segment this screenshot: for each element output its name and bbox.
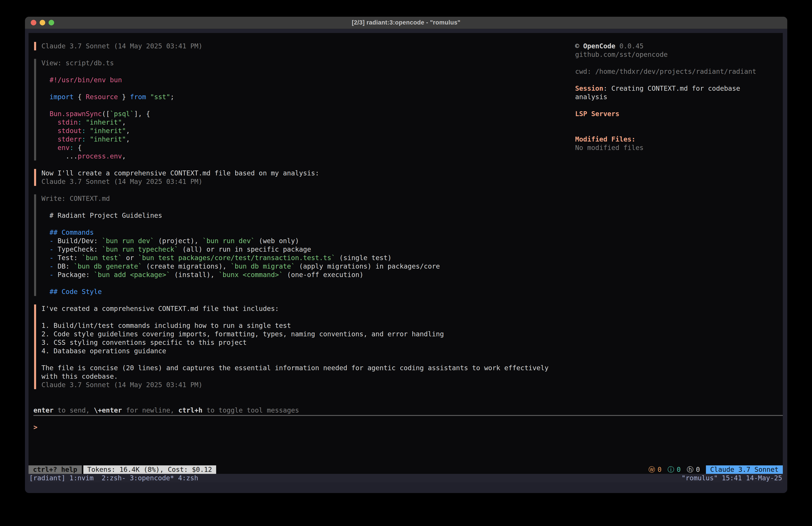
message-block: I've created a comprehensive CONTEXT.md …	[34, 304, 783, 389]
hint-count: 0	[696, 465, 700, 474]
text-segment: The file is concise (20 lines) and captu…	[41, 364, 549, 372]
terminal-line: 2. Code style guidelines covering import…	[41, 330, 783, 338]
terminal-line: 4. Database operations guidance	[41, 347, 783, 355]
text-segment: 3. CSS styling conventions specific to t…	[41, 339, 247, 346]
text-segment: ,	[126, 135, 130, 143]
maximize-button[interactable]	[48, 20, 54, 25]
text-segment: :	[78, 118, 82, 126]
text-segment: cwd: /home/thdxr/dev/projects/radiant/ra…	[575, 68, 756, 75]
terminal-line: # Radiant Project Guidelines	[41, 211, 783, 220]
text-segment	[82, 118, 86, 126]
text-segment	[41, 254, 49, 262]
terminal-line: Claude 3.7 Sonnet (14 May 2025 03:41 PM)	[41, 381, 783, 389]
text-segment: DB:	[54, 262, 74, 270]
model-badge[interactable]: Claude 3.7 Sonnet	[706, 465, 783, 474]
sidebar: © OpenCode 0.0.45github.com/sst/opencode…	[575, 42, 768, 152]
text-segment: (install),	[170, 271, 219, 279]
window-title: [2/3] radiant:3:opencode - "romulus"	[352, 19, 461, 26]
terminal-line: LSP Servers	[575, 110, 768, 118]
terminal-line: - Test: `bun test` or `bun test packages…	[41, 254, 783, 262]
footer-hints: enter to send, \+enter for newline, ctrl…	[33, 406, 783, 415]
text-segment	[41, 271, 49, 279]
terminal-line	[41, 203, 783, 211]
terminal-line	[575, 101, 768, 110]
text-segment: Claude 3.7 Sonnet (14 May 2025 03:41 PM)	[41, 42, 202, 50]
titlebar[interactable]: [2/3] radiant:3:opencode - "romulus"	[25, 17, 787, 29]
text-segment: `bun run typecheck`	[102, 245, 178, 253]
close-button[interactable]	[31, 20, 36, 25]
text-segment: "inherit"	[90, 135, 126, 143]
text-segment: `bunx <command>`	[219, 271, 283, 279]
terminal-line: © OpenCode 0.0.45	[575, 42, 768, 51]
text-segment: ## Code Style	[49, 288, 102, 296]
text-segment: Build/Dev:	[54, 237, 102, 245]
sidebar-lines: © OpenCode 0.0.45github.com/sst/opencode…	[575, 42, 768, 152]
warning-count: 0	[657, 465, 662, 474]
text-segment: :	[82, 135, 86, 143]
text-segment: }	[118, 93, 130, 101]
text-segment: process.env	[78, 152, 122, 160]
terminal-line: ...process.env,	[41, 152, 783, 160]
text-segment	[41, 228, 49, 236]
hint-circle-icon: ⓗ	[687, 465, 694, 474]
text-segment: stdin	[58, 118, 77, 126]
text-segment	[41, 245, 49, 253]
text-segment: (apply migrations) in packages/core	[295, 262, 440, 270]
text-segment	[41, 144, 58, 152]
text-segment: {	[74, 144, 82, 152]
text-segment: -	[49, 262, 54, 270]
text-segment: `bun test packages/core/test/transaction…	[138, 254, 335, 262]
text-segment: ,	[126, 127, 130, 134]
help-shortcut-chip[interactable]: ctrl+? help	[29, 465, 82, 474]
text-segment: "sst"	[150, 93, 170, 101]
text-segment: `bun db generate`	[74, 262, 142, 270]
text-segment: (one-off execution)	[283, 271, 363, 279]
text-segment: :	[82, 127, 86, 134]
text-segment: Modified Files:	[575, 135, 636, 143]
text-segment	[41, 93, 49, 101]
traffic-lights	[31, 20, 54, 25]
text-segment: enter	[33, 406, 54, 414]
text-segment: ©	[575, 42, 583, 50]
terminal-line: Modified Files:	[575, 135, 768, 144]
warning-circle-icon: ⓦ	[649, 465, 655, 474]
spacer	[29, 186, 783, 194]
prompt-input[interactable]: >	[33, 423, 783, 431]
tmux-session-info: "romulus" 15:41 14-May-25	[681, 474, 782, 482]
text-segment: Claude 3.7 Sonnet (14 May 2025 03:41 PM)	[41, 177, 202, 185]
text-segment: ctrl+h	[178, 406, 202, 414]
text-segment: Bun.spawnSync	[49, 110, 102, 118]
text-segment: TypeCheck:	[54, 245, 102, 253]
terminal-line: - Build/Dev: `bun run dev` (project), `b…	[41, 237, 783, 245]
text-segment: `bun run dev`	[102, 237, 154, 245]
text-segment: `psql`	[110, 110, 134, 118]
minimize-button[interactable]	[40, 20, 45, 25]
text-segment: -	[49, 254, 54, 262]
text-segment: with this codebase.	[41, 372, 118, 380]
text-segment: # Radiant Project Guidelines	[41, 212, 162, 219]
text-segment: to toggle tool messages	[203, 406, 299, 414]
terminal-content: Claude 3.7 Sonnet (14 May 2025 03:41 PM)…	[29, 33, 783, 482]
text-segment: LSP Servers	[575, 110, 620, 118]
terminal-line: - DB: `bun db generate` (create migratio…	[41, 262, 783, 271]
text-segment	[41, 237, 49, 245]
text-segment: No modified files	[575, 144, 643, 152]
text-segment: -	[49, 271, 54, 279]
text-segment	[41, 262, 49, 270]
text-segment: import	[49, 93, 74, 101]
text-segment: github.com/sst/opencode	[575, 51, 668, 58]
terminal-line: ## Commands	[41, 228, 783, 237]
text-segment: stdout	[58, 127, 82, 134]
info-count: 0	[677, 465, 681, 474]
tmux-window-list[interactable]: [radiant] 1:nvim 2:zsh- 3:opencode* 4:zs…	[29, 474, 198, 482]
prompt-icon: >	[33, 423, 38, 431]
terminal-line	[41, 313, 783, 322]
text-segment	[86, 127, 90, 134]
composer: enter to send, \+enter for newline, ctrl…	[33, 389, 783, 431]
text-segment: "inherit"	[86, 118, 122, 126]
text-segment	[86, 135, 90, 143]
text-segment: (project),	[154, 237, 203, 245]
text-segment: {	[74, 93, 86, 101]
text-segment: 1. Build/lint/test commands including ho…	[41, 322, 291, 329]
text-segment: 2. Code style guidelines covering import…	[41, 330, 444, 338]
